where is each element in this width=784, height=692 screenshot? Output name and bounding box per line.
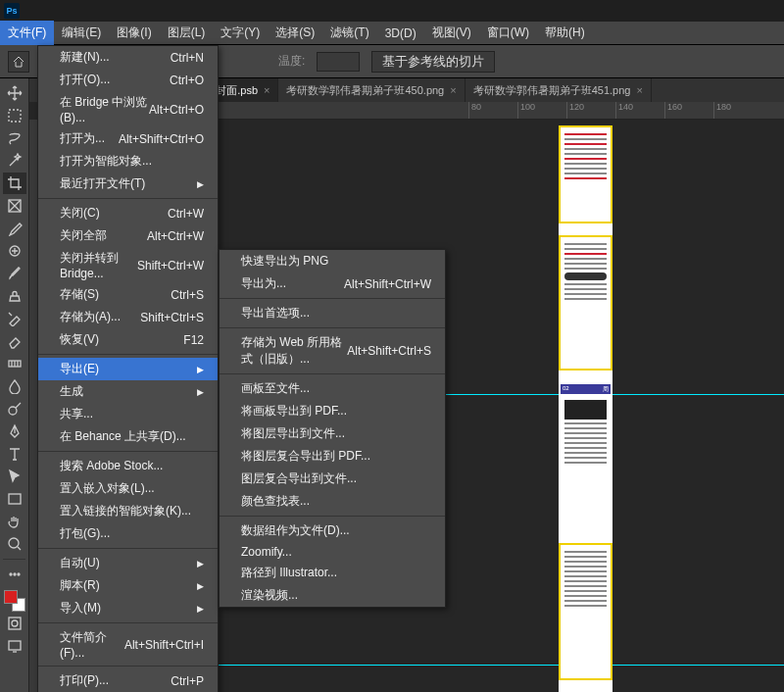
- menu-item[interactable]: 路径到 Illustrator...: [220, 562, 445, 584]
- menu-item[interactable]: 渲染视频...: [220, 584, 445, 607]
- menu-3dd[interactable]: 3D(D): [377, 23, 424, 44]
- menu-图像i[interactable]: 图像(I): [109, 21, 159, 45]
- menu-item[interactable]: 图层复合导出到文件...: [220, 468, 445, 490]
- menu-item[interactable]: 搜索 Adobe Stock...: [38, 455, 218, 477]
- document-tab[interactable]: 考研数学郭伟暑期弟子班450.png×: [278, 78, 465, 102]
- menu-item[interactable]: 打开为...Alt+Shift+Ctrl+O: [38, 127, 218, 150]
- menu-item[interactable]: 置入嵌入对象(L)...: [38, 477, 218, 500]
- menu-separator: [220, 327, 445, 328]
- menu-item[interactable]: 打开(O)...Ctrl+O: [38, 69, 218, 91]
- menu-item[interactable]: 快速导出为 PNG: [220, 250, 445, 272]
- lasso-tool[interactable]: [3, 127, 26, 149]
- menu-item[interactable]: 将画板导出到 PDF...: [220, 400, 445, 422]
- menu-图层l[interactable]: 图层(L): [160, 21, 214, 45]
- menu-item[interactable]: 置入链接的智能对象(K)...: [38, 500, 218, 522]
- menu-item[interactable]: 将图层导出到文件...: [220, 422, 445, 445]
- menu-item[interactable]: 脚本(R)▶: [38, 574, 218, 597]
- menu-item[interactable]: 关闭全部Alt+Ctrl+W: [38, 224, 218, 247]
- svg-point-8: [14, 573, 16, 575]
- magic-wand-tool[interactable]: [3, 150, 26, 172]
- menu-item[interactable]: 在 Bridge 中浏览(B)...Alt+Ctrl+O: [38, 91, 218, 127]
- pen-tool[interactable]: [3, 420, 26, 442]
- history-brush-tool[interactable]: [3, 308, 26, 329]
- menu-item[interactable]: 将图层复合导出到 PDF...: [220, 445, 445, 468]
- screen-mode-toggle[interactable]: [3, 635, 26, 657]
- rectangle-tool[interactable]: [3, 488, 26, 510]
- document-tab[interactable]: 考研数学郭伟暑期弟子班451.png×: [466, 78, 652, 102]
- menu-item[interactable]: 导入(M)▶: [38, 597, 218, 619]
- menu-item[interactable]: 存储为 Web 所用格式（旧版）...Alt+Shift+Ctrl+S: [220, 331, 445, 371]
- menu-item[interactable]: 在 Behance 上共享(D)...: [38, 425, 218, 448]
- menu-item-label: 存储为 Web 所用格式（旧版）...: [241, 334, 347, 368]
- brush-tool[interactable]: [3, 263, 26, 284]
- quick-mask-toggle[interactable]: [3, 613, 26, 634]
- menu-item-label: Zoomify...: [241, 545, 292, 559]
- menu-item[interactable]: 数据组作为文件(D)...: [220, 519, 445, 542]
- menu-item[interactable]: 导出为...Alt+Shift+Ctrl+W: [220, 272, 445, 295]
- menu-编辑e[interactable]: 编辑(E): [54, 21, 109, 45]
- menu-item-label: 渲染视频...: [241, 587, 298, 604]
- zoom-tool[interactable]: [3, 533, 26, 555]
- menu-item[interactable]: 存储为(A)...Shift+Ctrl+S: [38, 306, 218, 328]
- menu-item[interactable]: 打开为智能对象...: [38, 150, 218, 173]
- menu-item[interactable]: 存储(S)Ctrl+S: [38, 283, 218, 306]
- menu-滤镜t[interactable]: 滤镜(T): [322, 21, 376, 45]
- menu-separator: [220, 373, 445, 374]
- blur-tool[interactable]: [3, 375, 26, 397]
- menu-item[interactable]: 关闭并转到 Bridge...Shift+Ctrl+W: [38, 247, 218, 283]
- color-swatches[interactable]: [4, 590, 25, 612]
- eyedropper-tool[interactable]: [3, 218, 26, 239]
- hand-tool[interactable]: [3, 511, 26, 532]
- path-select-tool[interactable]: [3, 466, 26, 487]
- menu-item[interactable]: 最近打开文件(T)▶: [38, 173, 218, 195]
- close-icon[interactable]: ×: [636, 84, 642, 96]
- gradient-tool[interactable]: [3, 353, 26, 374]
- menu-item-label: 导出首选项...: [241, 305, 310, 321]
- menu-item[interactable]: 新建(N)...Ctrl+N: [38, 46, 218, 69]
- svg-point-11: [12, 620, 18, 626]
- menu-item[interactable]: Zoomify...: [220, 542, 445, 562]
- menu-选择s[interactable]: 选择(S): [268, 21, 322, 45]
- clone-stamp-tool[interactable]: [3, 285, 26, 307]
- menu-item[interactable]: 打包(G)...: [38, 522, 218, 545]
- marquee-tool[interactable]: [3, 105, 26, 126]
- menu-item[interactable]: 导出首选项...: [220, 302, 445, 324]
- tab-label: 考研数学郭伟暑期弟子班450.png: [286, 83, 444, 98]
- menu-item[interactable]: 恢复(V)F12: [38, 328, 218, 351]
- menu-视图v[interactable]: 视图(V): [424, 21, 479, 45]
- dodge-tool[interactable]: [3, 398, 26, 420]
- close-icon[interactable]: ×: [264, 84, 270, 96]
- frame-tool[interactable]: [3, 195, 26, 217]
- menu-item[interactable]: 生成▶: [38, 380, 218, 403]
- menu-item[interactable]: 颜色查找表...: [220, 490, 445, 513]
- home-icon: [12, 55, 25, 69]
- menu-窗口w[interactable]: 窗口(W): [479, 21, 537, 45]
- eraser-tool[interactable]: [3, 330, 26, 352]
- menu-item[interactable]: 画板至文件...: [220, 377, 445, 400]
- home-button[interactable]: [8, 51, 29, 73]
- page-number: 02: [563, 385, 569, 393]
- close-icon[interactable]: ×: [450, 84, 456, 96]
- menu-item[interactable]: 共享...: [38, 403, 218, 425]
- menu-帮助h[interactable]: 帮助(H): [537, 21, 593, 45]
- temperature-input[interactable]: [317, 52, 360, 72]
- menu-shortcut: Ctrl+N: [171, 51, 204, 65]
- menu-item[interactable]: 文件简介(F)...Alt+Shift+Ctrl+I: [38, 626, 218, 663]
- edit-toolbar[interactable]: [3, 564, 26, 585]
- slice-from-guides-button[interactable]: 基于参考线的切片: [371, 51, 495, 73]
- move-tool[interactable]: [3, 82, 26, 104]
- temperature-label: 温度:: [278, 53, 305, 70]
- menu-文件f[interactable]: 文件(F): [0, 21, 54, 45]
- crop-tool[interactable]: [3, 173, 26, 194]
- menu-item-label: 图层复合导出到文件...: [241, 470, 357, 487]
- menu-item[interactable]: 关闭(C)Ctrl+W: [38, 202, 218, 224]
- spot-heal-tool[interactable]: [3, 240, 26, 262]
- menu-item-label: 在 Behance 上共享(D)...: [60, 428, 186, 445]
- menu-文字y[interactable]: 文字(Y): [213, 21, 268, 45]
- menu-item[interactable]: 导出(E)▶: [38, 358, 218, 380]
- type-tool[interactable]: [3, 443, 26, 465]
- menu-item[interactable]: 自动(U)▶: [38, 552, 218, 574]
- menu-item-label: 置入链接的智能对象(K)...: [60, 503, 191, 519]
- foreground-color-swatch[interactable]: [4, 590, 18, 604]
- menu-item[interactable]: 打印(P)...Ctrl+P: [38, 669, 218, 692]
